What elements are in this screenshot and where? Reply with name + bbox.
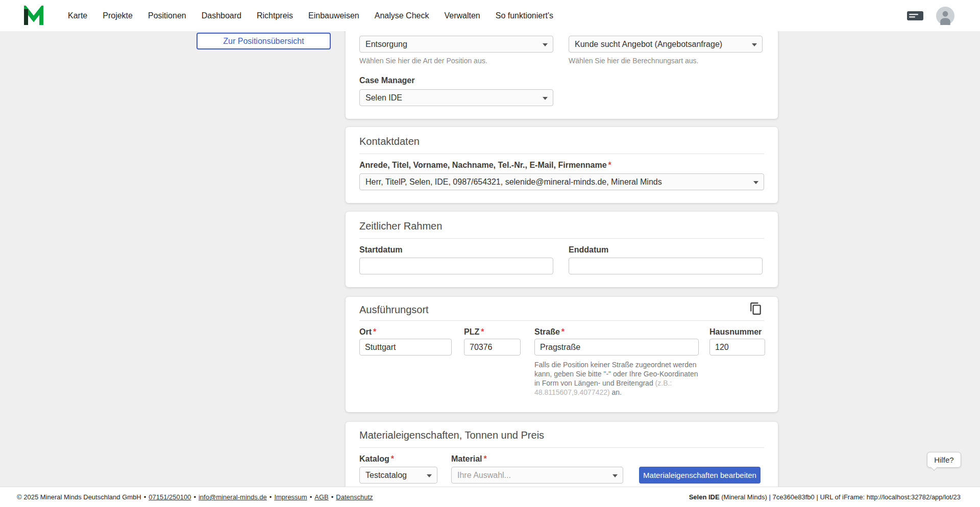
back-to-positions-button[interactable]: Zur Positionsübersicht bbox=[197, 33, 331, 49]
copyright-text: © 2025 Mineral Minds Deutschland GmbH bbox=[17, 493, 141, 501]
nav-item-so-funktionierts[interactable]: So funktioniert's bbox=[496, 11, 553, 20]
ort-label-text: Ort bbox=[359, 327, 372, 336]
katalog-label-text: Katalog bbox=[359, 454, 389, 463]
ort-label: Ort* bbox=[359, 327, 376, 337]
case-manager-label: Case Manager bbox=[359, 76, 415, 85]
session-info: Selen IDE (Mineral Minds) | 7ce360e83fb0… bbox=[689, 493, 961, 501]
hausnummer-label: Hausnummer bbox=[709, 327, 762, 337]
billing-type-help: Wählen Sie hier die Berechnungsart aus. bbox=[569, 57, 698, 65]
required-marker: * bbox=[391, 454, 394, 463]
separator: • bbox=[310, 493, 312, 501]
strasse-help-main: Falls die Position keiner Straße zugeord… bbox=[534, 361, 698, 387]
footer-link-email[interactable]: info@mineral-minds.de bbox=[199, 493, 267, 501]
position-type-value: Entsorgung bbox=[365, 40, 407, 49]
footer-link-phone[interactable]: 07151/250100 bbox=[149, 493, 191, 501]
strasse-input[interactable] bbox=[534, 339, 699, 356]
billing-type-select[interactable]: Kunde sucht Angebot (Angebotsanfrage) bbox=[569, 36, 763, 53]
billing-type-value: Kunde sucht Angebot (Angebotsanfrage) bbox=[575, 40, 722, 49]
material-label-text: Material bbox=[451, 454, 482, 463]
timeframe-card: Zeitlicher Rahmen Startdatum Enddatum bbox=[346, 212, 778, 287]
separator: • bbox=[331, 493, 334, 501]
footer-link-agb[interactable]: AGB bbox=[314, 493, 328, 501]
contact-card-title: Kontaktdaten bbox=[359, 136, 420, 147]
katalog-select[interactable]: Testcatalog bbox=[359, 467, 437, 484]
required-marker: * bbox=[608, 161, 611, 169]
chevron-down-icon bbox=[753, 181, 758, 184]
session-user: Selen IDE bbox=[689, 493, 720, 501]
divider bbox=[359, 238, 764, 239]
ort-input[interactable] bbox=[359, 339, 452, 356]
end-date-input[interactable] bbox=[569, 258, 763, 274]
start-date-label: Startdatum bbox=[359, 245, 402, 255]
material-label: Material* bbox=[451, 454, 487, 464]
contact-value: Herr, TitelP, Selen, IDE, 0987/654321, s… bbox=[365, 178, 662, 187]
strasse-help-suffix: an. bbox=[610, 388, 622, 396]
timeframe-card-title: Zeitlicher Rahmen bbox=[359, 220, 442, 232]
plz-input[interactable] bbox=[464, 339, 521, 356]
main-nav: Karte Projekte Positionen Dashboard Rich… bbox=[68, 11, 553, 20]
nav-item-projekte[interactable]: Projekte bbox=[103, 11, 133, 20]
plz-label-text: PLZ bbox=[464, 327, 479, 336]
case-manager-value: Selen IDE bbox=[365, 93, 402, 103]
divider bbox=[359, 320, 764, 321]
strasse-label-text: Straße bbox=[534, 327, 560, 336]
required-marker: * bbox=[483, 454, 486, 463]
separator: • bbox=[270, 493, 272, 501]
strasse-label: Straße* bbox=[534, 327, 565, 337]
position-type-select[interactable]: Entsorgung bbox=[359, 36, 553, 53]
separator: • bbox=[144, 493, 146, 501]
footer-link-datenschutz[interactable]: Datenschutz bbox=[336, 493, 373, 501]
contact-field-label: Anrede, Titel, Vorname, Nachname, Tel.-N… bbox=[359, 161, 611, 170]
material-select[interactable]: Ihre Auswahl... bbox=[451, 467, 623, 484]
nav-item-dashboard[interactable]: Dashboard bbox=[202, 11, 241, 20]
required-marker: * bbox=[481, 327, 484, 336]
nav-item-verwalten[interactable]: Verwalten bbox=[444, 11, 480, 20]
mineral-minds-logo[interactable] bbox=[23, 6, 44, 26]
contact-card: Kontaktdaten Anrede, Titel, Vorname, Nac… bbox=[346, 127, 778, 203]
katalog-label: Katalog* bbox=[359, 454, 394, 464]
hausnummer-input[interactable] bbox=[709, 339, 765, 356]
case-manager-select[interactable]: Selen IDE bbox=[359, 89, 553, 106]
footer-link-impressum[interactable]: Impressum bbox=[274, 493, 307, 501]
strasse-help: Falls die Position keiner Straße zugeord… bbox=[534, 360, 705, 397]
contact-select[interactable]: Herr, TitelP, Selen, IDE, 0987/654321, s… bbox=[359, 173, 764, 190]
session-details: (Mineral Minds) | 7ce360e83fb0 | URL of … bbox=[720, 493, 961, 501]
divider bbox=[359, 447, 764, 448]
start-date-input[interactable] bbox=[359, 258, 553, 274]
nav-item-positionen[interactable]: Positionen bbox=[148, 11, 186, 20]
footer-info: © 2025 Mineral Minds Deutschland GmbH • … bbox=[17, 493, 373, 501]
location-card-title: Ausführungsort bbox=[359, 304, 429, 316]
chevron-down-icon bbox=[752, 43, 757, 46]
position-type-card: Entsorgung Kunde sucht Angebot (Angebots… bbox=[346, 19, 778, 119]
chevron-down-icon bbox=[427, 474, 432, 477]
edit-material-properties-button[interactable]: Materialeigenschaften bearbeiten bbox=[639, 467, 761, 484]
header-right bbox=[906, 0, 954, 31]
contact-field-label-text: Anrede, Titel, Vorname, Nachname, Tel.-N… bbox=[359, 161, 607, 169]
katalog-value: Testcatalog bbox=[365, 471, 407, 480]
chevron-down-icon bbox=[543, 97, 548, 100]
nav-item-analyse-check[interactable]: Analyse Check bbox=[375, 11, 429, 20]
location-card: Ausführungsort Ort* PLZ* Straße* Hausnum… bbox=[346, 297, 778, 412]
position-type-help: Wählen Sie hier die Art der Position aus… bbox=[359, 57, 487, 65]
chevron-down-icon bbox=[543, 43, 548, 46]
material-placeholder: Ihre Auswahl... bbox=[457, 471, 511, 480]
nav-item-einbauweisen[interactable]: Einbauweisen bbox=[308, 11, 359, 20]
divider bbox=[359, 154, 764, 154]
terminal-icon[interactable] bbox=[906, 10, 924, 22]
footer: © 2025 Mineral Minds Deutschland GmbH • … bbox=[0, 487, 980, 507]
help-button[interactable]: Hilfe? bbox=[927, 452, 961, 468]
nav-item-richtpreis[interactable]: Richtpreis bbox=[257, 11, 293, 20]
copy-icon[interactable] bbox=[749, 302, 763, 317]
required-marker: * bbox=[373, 327, 376, 336]
user-avatar[interactable] bbox=[936, 7, 954, 25]
top-navigation-bar: Karte Projekte Positionen Dashboard Rich… bbox=[0, 0, 980, 31]
plz-label: PLZ* bbox=[464, 327, 484, 337]
material-card-title: Materialeigenschaften, Tonnen und Preis bbox=[359, 429, 544, 441]
end-date-label: Enddatum bbox=[569, 245, 608, 255]
required-marker: * bbox=[561, 327, 565, 336]
chevron-down-icon bbox=[612, 474, 618, 477]
separator: • bbox=[193, 493, 196, 501]
nav-item-karte[interactable]: Karte bbox=[68, 11, 87, 20]
